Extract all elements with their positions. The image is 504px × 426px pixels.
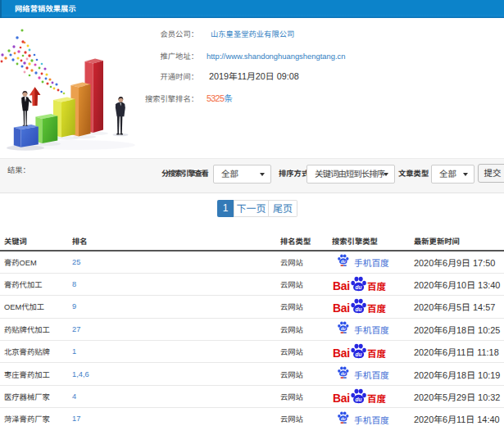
svg-text:百度: 百度 xyxy=(367,301,386,315)
svg-text:du: du xyxy=(356,307,362,313)
svg-text:du: du xyxy=(356,351,362,357)
svg-text:百度: 百度 xyxy=(367,347,386,360)
svg-text:百度: 百度 xyxy=(367,279,386,292)
svg-text:du: du xyxy=(341,372,346,376)
svg-text:du: du xyxy=(341,417,346,421)
svg-text:du: du xyxy=(356,284,362,290)
svg-text:Bai: Bai xyxy=(333,392,350,405)
svg-text:Bai: Bai xyxy=(333,347,350,360)
svg-text:du: du xyxy=(356,397,362,402)
svg-text:du: du xyxy=(341,327,346,331)
svg-text:百度: 百度 xyxy=(367,392,386,405)
svg-text:Bai: Bai xyxy=(333,302,350,315)
svg-text:du: du xyxy=(341,261,346,265)
svg-text:Bai: Bai xyxy=(333,280,350,292)
